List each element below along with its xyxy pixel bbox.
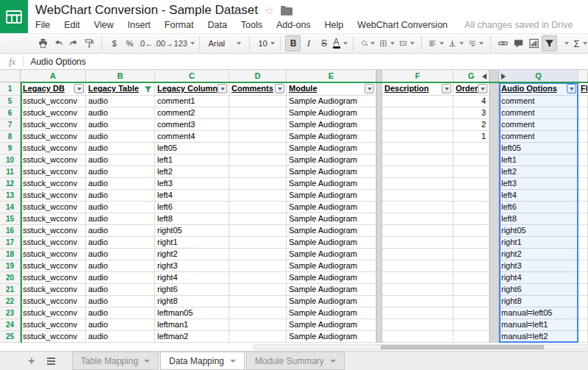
cell[interactable]: Sample Audiogram: [287, 319, 376, 331]
column-header-D[interactable]: D: [229, 70, 287, 82]
cell[interactable]: audio: [86, 143, 155, 154]
cell[interactable]: left4: [499, 190, 578, 202]
cell[interactable]: right6: [155, 284, 229, 296]
cell[interactable]: 4: [453, 96, 490, 107]
cell[interactable]: [229, 143, 287, 154]
cell[interactable]: Sample Audiogram: [287, 213, 376, 225]
cell[interactable]: sstuck_wcconv: [21, 249, 86, 260]
cell[interactable]: audio: [86, 284, 155, 296]
cell[interactable]: [382, 260, 453, 272]
filter-views-button[interactable]: [557, 35, 573, 51]
row-header[interactable]: 11: [0, 166, 21, 178]
cell[interactable]: audio: [86, 319, 155, 331]
menu-webchart-conversion[interactable]: WebChart Conversion: [357, 20, 448, 30]
header-cell-r[interactable]: Fl: [578, 82, 588, 96]
menu-add-ons[interactable]: Add-ons: [276, 20, 311, 30]
cell[interactable]: right1: [499, 237, 578, 249]
cell[interactable]: right4: [499, 272, 578, 284]
header-cell-g[interactable]: Order: [453, 82, 490, 96]
cell[interactable]: Sample Audiogram: [287, 202, 376, 213]
cell[interactable]: audio: [86, 166, 155, 178]
cell[interactable]: [229, 237, 287, 249]
menu-tools[interactable]: Tools: [241, 20, 262, 30]
cell[interactable]: left4: [155, 190, 229, 202]
cell[interactable]: [229, 107, 287, 119]
cell[interactable]: [578, 307, 588, 319]
active-filter-icon[interactable]: [144, 85, 152, 96]
fill-color-button[interactable]: [358, 35, 378, 51]
increase-decimal-button[interactable]: .00→: [154, 35, 173, 51]
cell[interactable]: [578, 96, 588, 107]
more-formats-button[interactable]: 123: [173, 35, 195, 51]
cell[interactable]: [578, 249, 588, 260]
cell[interactable]: [229, 225, 287, 237]
cell[interactable]: sstuck_wcconv: [21, 96, 86, 107]
cell[interactable]: left6: [499, 202, 578, 213]
cell[interactable]: [453, 319, 490, 331]
cell[interactable]: [229, 284, 287, 296]
row-header[interactable]: 5: [0, 96, 21, 107]
cell[interactable]: [453, 213, 490, 225]
cell[interactable]: sstuck_wcconv: [21, 284, 86, 296]
column-header-E[interactable]: E: [287, 70, 376, 82]
cell[interactable]: left6: [155, 202, 229, 213]
cell[interactable]: comment: [499, 119, 578, 131]
cell[interactable]: [578, 166, 588, 178]
cell[interactable]: comment1: [155, 96, 229, 107]
cell[interactable]: [453, 166, 490, 178]
bold-button[interactable]: B: [285, 35, 301, 51]
cell[interactable]: audio: [86, 119, 155, 131]
filter-dropdown-button[interactable]: [567, 84, 576, 93]
cell[interactable]: left8: [155, 213, 229, 225]
cell[interactable]: right05: [499, 225, 578, 237]
horizontal-align-button[interactable]: [426, 35, 446, 51]
cell[interactable]: sstuck_wcconv: [21, 154, 86, 166]
cell[interactable]: [382, 190, 453, 202]
cell[interactable]: right4: [155, 272, 229, 284]
cell[interactable]: manual=left05: [499, 307, 578, 319]
font-family-select[interactable]: Arial: [204, 35, 245, 51]
cell[interactable]: left2: [155, 166, 229, 178]
cell[interactable]: left1: [499, 154, 578, 166]
row-header[interactable]: 21: [0, 284, 21, 296]
cell[interactable]: right8: [155, 296, 229, 307]
cell[interactable]: [229, 166, 287, 178]
cell[interactable]: Sample Audiogram: [287, 260, 376, 272]
cell[interactable]: Sample Audiogram: [287, 131, 376, 143]
cell[interactable]: [578, 213, 588, 225]
cell[interactable]: [453, 296, 490, 307]
cell[interactable]: [382, 225, 453, 237]
cell[interactable]: Sample Audiogram: [287, 272, 376, 284]
header-cell-a[interactable]: Legacy DB: [21, 82, 86, 96]
cell[interactable]: sstuck_wcconv: [21, 202, 86, 213]
cell[interactable]: sstuck_wcconv: [21, 178, 86, 190]
cell[interactable]: [229, 272, 287, 284]
row-header[interactable]: 23: [0, 307, 21, 319]
cell[interactable]: comment: [499, 96, 578, 107]
cell[interactable]: 3: [453, 107, 490, 119]
row-header[interactable]: 1: [0, 82, 21, 96]
cell[interactable]: [453, 202, 490, 213]
filter-dropdown-button[interactable]: [442, 84, 451, 93]
cell[interactable]: comment3: [155, 119, 229, 131]
cell[interactable]: [229, 296, 287, 307]
functions-button[interactable]: Σ: [573, 35, 588, 51]
cell[interactable]: audio: [86, 260, 155, 272]
cell[interactable]: [382, 319, 453, 331]
grid-corner-cell[interactable]: [0, 70, 21, 82]
filter-button[interactable]: [542, 35, 557, 51]
cell[interactable]: [229, 260, 287, 272]
cell[interactable]: right1: [155, 237, 229, 249]
cell[interactable]: audio: [86, 296, 155, 307]
cell[interactable]: sstuck_wcconv: [21, 260, 86, 272]
cell[interactable]: comment: [499, 131, 578, 143]
cell[interactable]: [578, 119, 588, 131]
cell[interactable]: [229, 96, 287, 107]
cell[interactable]: Sample Audiogram: [287, 249, 376, 260]
folder-icon[interactable]: [281, 6, 293, 15]
cell[interactable]: [229, 331, 287, 343]
cell[interactable]: [453, 154, 490, 166]
cell[interactable]: [453, 143, 490, 154]
cell[interactable]: [382, 213, 453, 225]
strikethrough-button[interactable]: S: [316, 35, 331, 51]
